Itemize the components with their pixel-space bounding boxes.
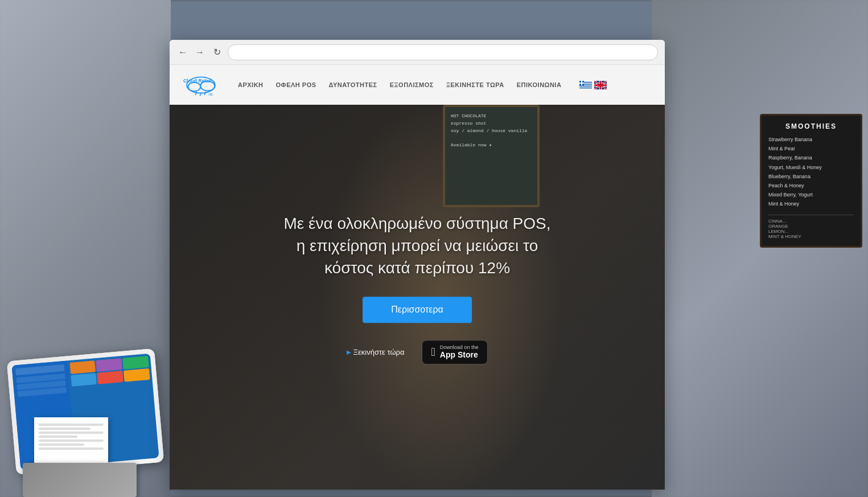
chalkboard: HOT CHOCOLATE espresso shot soy / almond… [443,105,540,207]
appstore-button[interactable]:  Download on the App Store [422,340,488,365]
uk-flag-icon[interactable] [594,81,607,89]
smoothies-items: Strawberry Banana Mint & Pear Raspberry,… [768,135,854,209]
logo-icon: Cloud Retail ne [181,71,221,99]
smoothies-footer: CINNA...ORANGELEMON...MINT & HONEY [768,215,854,239]
nav-benefits[interactable]: ΟΦΕΛΗ POS [276,81,316,88]
appstore-small-text: Download on the [440,345,479,350]
svg-rect-13 [579,88,592,89]
svg-text:Cloud Retail: Cloud Retail [183,78,212,84]
logo-area: Cloud Retail ne [181,71,221,99]
greek-flag-icon[interactable] [579,81,592,89]
pos-device-area [0,258,171,497]
chalkboard-text: HOT CHOCOLATE espresso shot soy / almond… [451,113,532,149]
appstore-text: Download on the App Store [440,345,479,360]
apple-icon:  [431,346,435,359]
hero-section: HOT CHOCOLATE espresso shot soy / almond… [170,65,665,490]
lang-flags [579,81,607,89]
bg-right [652,0,868,497]
start-now-link[interactable]: Ξεκινήστε τώρα [347,348,405,356]
nav-start[interactable]: ΞΕΚΙΝΗΣΤΕ ΤΩΡΑ [446,81,504,88]
smoothies-title: SMOOTHIES [768,122,854,130]
svg-rect-16 [579,83,584,84]
pos-base [23,463,137,497]
website-content: HOT CHOCOLATE espresso shot soy / almond… [170,65,665,490]
forward-button[interactable]: → [194,46,206,59]
svg-point-1 [188,83,200,92]
svg-text:ne: ne [208,92,213,96]
hero-title: Με ένα ολοκληρωμένο σύστημα POS, η επιχε… [246,212,588,280]
nav-home[interactable]: ΑΡΧΙΚΗ [238,81,264,88]
nav-bar: Cloud Retail ne ΑΡΧΙΚΗ ΟΦΕΛΗ POS ΔΥΝΑΤΟΤ… [170,65,665,105]
nav-links: ΑΡΧΙΚΗ ΟΦΕΛΗ POS ΔΥΝΑΤΟΤΗΤΕΣ ΕΞΟΠΛΙΣΜΟΣ … [238,81,653,89]
back-button[interactable]: ← [176,46,189,59]
browser-window: ← → ↻ HOT CHOCOLATE espresso shot soy / … [170,40,665,490]
browser-toolbar: ← → ↻ [170,40,665,65]
hero-text-area: Με ένα ολοκληρωμένο σύστημα POS, η επιχε… [246,212,588,364]
appstore-large-text: App Store [440,350,479,360]
refresh-button[interactable]: ↻ [211,46,223,59]
more-info-button[interactable]: Περισσοτερα [363,297,472,323]
nav-features[interactable]: ΔΥΝΑΤΟΤΗΤΕΣ [329,81,377,88]
svg-rect-12 [579,87,592,88]
nav-contact[interactable]: ΕΠΙΚΟΙΝΩΝΙΑ [517,81,562,88]
nav-equipment[interactable]: ΕΞΟΠΛΙΣΜΟΣ [390,81,434,88]
address-bar[interactable] [228,44,658,60]
hero-bottom-links: Ξεκινήστε τώρα  Download on the App Sto… [246,340,588,365]
smoothies-board: SMOOTHIES Strawberry Banana Mint & Pear … [760,114,862,248]
